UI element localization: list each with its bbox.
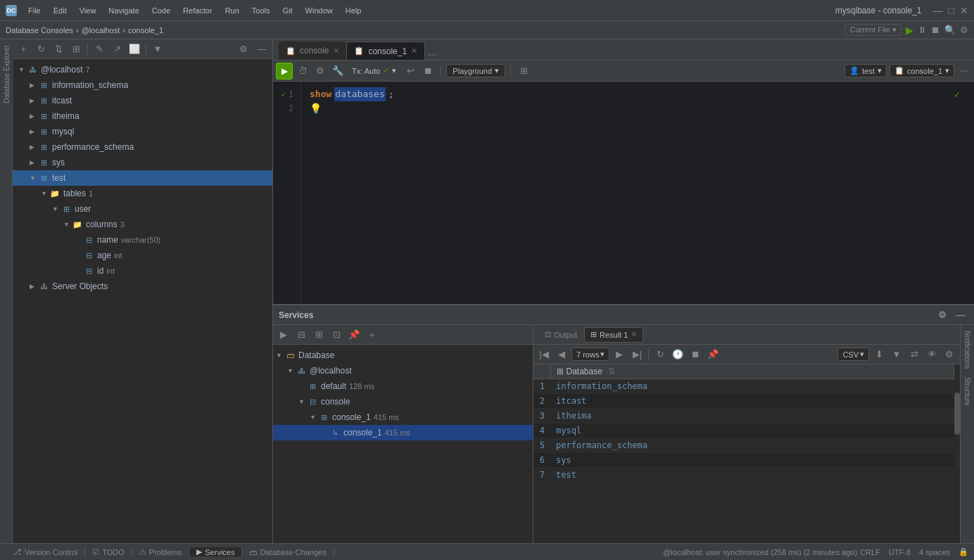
menu-view[interactable]: View [74,5,102,16]
tab-close-console1[interactable]: ✕ [411,46,417,56]
results-refresh-button[interactable]: ↻ [652,347,668,362]
maximize-button[interactable]: □ [949,5,954,16]
results-next-button[interactable]: ▶ [612,347,627,362]
results-first-button[interactable]: |◀ [536,347,552,362]
tab-version-control[interactable]: ⎇ Version Control [6,547,85,556]
results-tab-result1[interactable]: ⊞ Result 1 ✕ [584,327,643,343]
console-selector[interactable]: 📋 console_1 ▾ [890,64,954,77]
svc-tree-console[interactable]: ▼ ⊟ console [273,394,533,409]
results-filter-button[interactable]: ▼ [889,347,904,362]
tree-col-name[interactable]: ▶ ⊟ name varchar(50) [13,232,272,248]
results-history-button[interactable]: 🕐 [670,347,685,362]
svc-run-button[interactable]: ▶ [276,327,291,343]
svc-collapse-button[interactable]: ⊟ [293,327,309,343]
results-tab-output[interactable]: ⊡ Output [539,327,583,343]
table-row[interactable]: 3itheima [533,409,954,424]
schema-selector[interactable]: 👤 test ▾ [845,64,887,77]
menu-edit[interactable]: Edit [48,5,72,16]
lock-icon[interactable]: 🔒 [959,547,968,556]
svc-tree-console1-parent[interactable]: ▼ ⊞ console_1 415 ms [273,409,533,425]
svc-tree-localhost[interactable]: ▼ 🖧 @localhost [273,363,533,378]
current-file-button[interactable]: Current File ▾ [845,24,902,36]
settings-button[interactable]: ⚙ [236,42,251,57]
tabs-overflow-button[interactable]: ⋯ [425,50,439,60]
tree-test[interactable]: ▼ ⊞ test [13,170,272,186]
results-stop-button[interactable]: ⏹ [688,347,703,362]
table-row[interactable]: 1information_schema [533,379,954,394]
tree-tables[interactable]: ▼ 📁 tables 1 [13,186,272,201]
debug-button-header[interactable]: ⏸ [918,25,927,35]
tree-col-id[interactable]: ▶ ⊟ id int [13,263,272,279]
stop-button-header[interactable]: ⏹ [931,25,940,35]
tree-col-age[interactable]: ▶ ⊟ age int [13,248,272,263]
menu-file[interactable]: File [23,5,46,16]
tab-close-console[interactable]: ✕ [333,46,339,56]
table-row[interactable]: 4mysql [533,424,954,438]
table-row[interactable]: 7test [533,468,954,483]
svc-plus-button[interactable]: ＋ [364,327,379,343]
encoding-button[interactable]: UTF-8 [889,548,911,556]
playground-button[interactable]: Playground ▾ [446,64,505,77]
table-row[interactable]: 6sys [533,453,954,468]
minimize-panel-button[interactable]: — [254,42,270,57]
menu-navigate[interactable]: Navigate [103,5,144,16]
rollback-button[interactable]: ↩ [403,63,418,79]
results-transpose-button[interactable]: ⇄ [906,347,922,362]
menu-run[interactable]: Run [220,5,245,16]
tab-console[interactable]: 📋 console ✕ [279,42,346,60]
edit-button[interactable]: ✎ [91,42,107,57]
menu-code[interactable]: Code [146,5,176,16]
tab-problems[interactable]: ⚠ Problems [132,547,189,556]
structure-label[interactable]: Structure [963,377,971,406]
format-button[interactable]: 🔧 [330,63,346,79]
stop-query-button[interactable]: ⏱ [295,63,310,79]
tree-user[interactable]: ▼ ⊞ user [13,201,272,217]
refresh-button[interactable]: ↻ [33,42,49,57]
indent-button[interactable]: 4 spaces [919,548,950,556]
filter-button[interactable]: ▼ [150,42,165,57]
menu-help[interactable]: Help [340,5,367,16]
editor-overflow-button[interactable]: ⋯ [957,66,971,76]
results-settings-button[interactable]: ⚙ [942,347,957,362]
tab-db-changes[interactable]: 🗃 Database Changes [242,548,334,556]
svc-tree-database[interactable]: ▼ 🗃 Database [273,348,533,363]
tab-todo[interactable]: ☑ TODO [85,547,132,556]
settings-button-header[interactable]: ⚙ [960,25,968,35]
rows-selector[interactable]: 7 rows ▾ [571,348,609,361]
svc-tree-default[interactable]: ▶ ⊞ default 128 ms [273,378,533,394]
table-row[interactable]: 2itcast [533,394,954,409]
svc-schema-button[interactable]: ⊡ [329,327,344,343]
results-scrollbar[interactable] [954,364,960,543]
window-controls[interactable]: — □ ✕ [933,5,968,16]
tab-services[interactable]: ▶ Services [189,547,242,556]
run-query-button[interactable]: ▶ [276,63,293,79]
tab-console1[interactable]: 📋 console_1 ✕ [346,42,425,60]
results-last-button[interactable]: ▶| [629,347,645,362]
db-explorer-vert-label[interactable]: Database Explorer [0,39,13,109]
schema-mapping-button[interactable]: ⊞ [68,42,84,57]
col-sort-icon[interactable]: ⇅ [608,367,615,376]
jump-button[interactable]: ↗ [109,42,125,57]
menu-refactor[interactable]: Refactor [177,5,218,16]
console-button[interactable]: ⬜ [127,42,142,57]
tree-performance_schema[interactable]: ▶ ⊞ performance_schema [13,139,272,155]
results-view-button[interactable]: 👁 [924,347,940,362]
close-button[interactable]: ✕ [960,5,968,16]
results-pin-button[interactable]: 📌 [705,347,721,362]
results-scrollbar-thumb[interactable] [954,393,960,435]
csv-button[interactable]: CSV ▾ [837,348,869,361]
tree-mysql[interactable]: ▶ ⊞ mysql [13,124,272,139]
crlf-button[interactable]: CRLF [860,548,880,556]
add-datasource-button[interactable]: ＋ [15,42,31,57]
breadcrumb-part2[interactable]: @localhost [82,26,120,34]
breadcrumb-part3[interactable]: console_1 [128,26,163,34]
services-minimize-button[interactable]: — [953,307,968,323]
tree-columns[interactable]: ▼ 📁 columns 3 [13,217,272,232]
menu-bar[interactable]: File Edit View Navigate Code Refactor Ru… [23,5,367,16]
tree-itheima[interactable]: ▶ ⊞ itheima [13,108,272,124]
commit-button[interactable]: ⏹ [420,63,436,79]
svc-add-button[interactable]: 📌 [346,327,362,343]
minimize-button[interactable]: — [933,5,943,16]
notifications-label[interactable]: Notifications [963,331,971,369]
table-row[interactable]: 5performance_schema [533,438,954,453]
